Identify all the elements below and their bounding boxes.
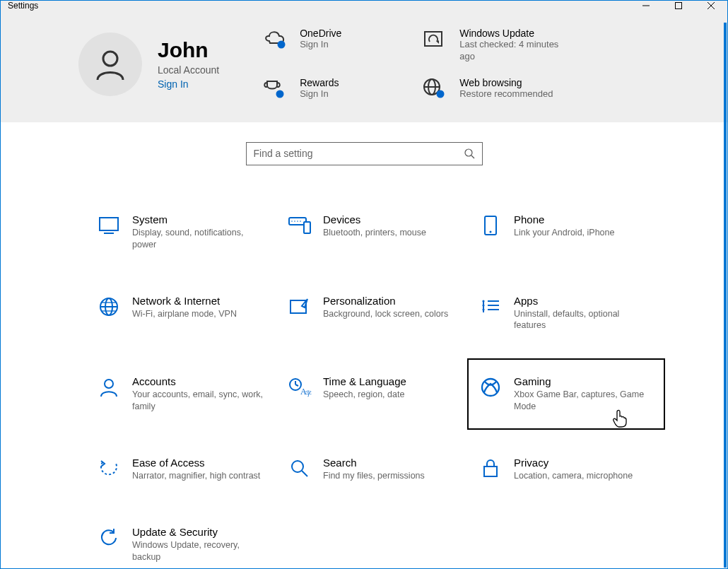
tile-webbrowse-title: Web browsing (459, 77, 553, 88)
person-icon (93, 47, 127, 81)
cat-time-sub: Speech, region, date (323, 389, 406, 401)
cat-ease-title: Ease of Access (132, 457, 260, 469)
svg-point-7 (276, 90, 284, 98)
avatar (78, 33, 142, 96)
svg-point-34 (482, 300, 484, 302)
cat-gaming-title: Gaming (514, 375, 648, 387)
cat-gaming[interactable]: Gaming Xbox Game Bar, captures, Game Mod… (469, 360, 664, 428)
cat-privacy-title: Privacy (514, 457, 633, 469)
search-box[interactable] (246, 142, 483, 165)
tile-windows-update[interactable]: Windows Update Last checked: 4 minutes a… (421, 28, 563, 63)
window-controls (630, 1, 727, 11)
profile-name: John (158, 38, 219, 61)
svg-line-40 (295, 385, 298, 386)
maximize-button[interactable] (662, 1, 695, 11)
cat-system[interactable]: System Display, sound, notifications, po… (93, 208, 276, 257)
settings-window: Settings John Local Account (0, 0, 728, 569)
search-input[interactable] (254, 148, 464, 159)
svg-point-4 (103, 52, 117, 66)
cat-network-title: Network & Internet (132, 295, 237, 307)
scrollbar[interactable] (724, 23, 727, 568)
cat-devices[interactable]: Devices Bluetooth, printers, mouse (283, 208, 467, 257)
tile-update-sub: Last checked: 4 minutes ago (459, 39, 563, 63)
svg-rect-17 (304, 222, 310, 233)
cat-network-sub: Wi-Fi, airplane mode, VPN (132, 308, 237, 320)
tile-rewards-sub: Sign In (300, 88, 339, 100)
cat-network[interactable]: Network & Internet Wi-Fi, airplane mode,… (93, 289, 276, 338)
svg-rect-1 (676, 3, 682, 9)
cat-system-title: System (132, 213, 266, 225)
cat-phone-sub: Link your Android, iPhone (514, 227, 614, 239)
globe-icon (97, 295, 121, 319)
ease-icon (97, 457, 121, 481)
search-row (1, 142, 727, 165)
cat-phone[interactable]: Phone Link your Android, iPhone (474, 208, 658, 257)
svg-point-19 (294, 221, 295, 222)
cat-apps[interactable]: Apps Uninstall, defaults, optional featu… (474, 289, 658, 338)
cat-devices-title: Devices (323, 213, 426, 225)
cat-system-sub: Display, sound, notifications, power (132, 227, 266, 251)
svg-line-45 (302, 471, 307, 476)
cat-search-sub: Find my files, permissions (323, 470, 425, 482)
cat-privacy-sub: Location, camera, microphone (514, 470, 633, 482)
profile-block[interactable]: John Local Account Sign In (78, 28, 219, 101)
system-icon (97, 213, 121, 237)
svg-point-23 (490, 230, 492, 233)
time-language-icon: A字 (288, 375, 312, 399)
titlebar: Settings (1, 1, 727, 11)
close-icon (708, 2, 715, 9)
svg-text:字: 字 (305, 390, 312, 397)
cat-ease-of-access[interactable]: Ease of Access Narrator, magnifier, high… (93, 451, 276, 488)
svg-point-12 (465, 149, 472, 156)
svg-point-36 (482, 308, 484, 310)
tile-rewards[interactable]: Rewards Sign In (262, 77, 403, 101)
svg-rect-14 (100, 218, 118, 230)
update-security-icon (97, 526, 121, 550)
cat-ease-sub: Narrator, magnifier, high contrast (132, 470, 260, 482)
rewards-icon (262, 77, 288, 101)
close-button[interactable] (695, 1, 727, 11)
svg-rect-6 (425, 32, 442, 46)
tile-onedrive[interactable]: OneDrive Sign In (262, 28, 403, 63)
svg-point-5 (278, 41, 286, 49)
profile-signin-link[interactable]: Sign In (158, 78, 219, 90)
accounts-icon (97, 375, 121, 399)
svg-point-20 (297, 221, 298, 222)
phone-icon (479, 213, 503, 237)
tile-update-title: Windows Update (459, 28, 563, 39)
cat-time-language[interactable]: A字 Time & Language Speech, region, date (283, 370, 467, 418)
cat-updatesec-title: Update & Security (132, 526, 266, 538)
update-icon (421, 28, 448, 52)
cat-personalization-sub: Background, lock screen, colors (323, 308, 448, 320)
onedrive-icon (262, 28, 288, 52)
cat-accounts-title: Accounts (132, 375, 266, 387)
devices-icon (288, 213, 312, 237)
svg-line-13 (471, 156, 474, 158)
cat-personalization[interactable]: Personalization Background, lock screen,… (283, 289, 467, 338)
personalization-icon (288, 295, 312, 319)
cat-privacy[interactable]: Privacy Location, camera, microphone (474, 451, 658, 488)
cat-apps-sub: Uninstall, defaults, optional features (514, 308, 648, 332)
tile-rewards-title: Rewards (300, 77, 339, 88)
cat-apps-title: Apps (514, 295, 648, 307)
tile-onedrive-title: OneDrive (300, 28, 341, 39)
cat-search-title: Search (323, 457, 425, 469)
search-icon (464, 148, 475, 159)
cat-updatesec-sub: Windows Update, recovery, backup (132, 539, 266, 563)
minimize-icon (642, 2, 650, 9)
header-tiles: OneDrive Sign In Windows Update Last che… (262, 28, 563, 101)
tile-onedrive-sub: Sign In (300, 39, 341, 51)
cat-search[interactable]: Search Find my files, permissions (283, 451, 467, 488)
apps-icon (479, 295, 503, 319)
cat-time-title: Time & Language (323, 375, 406, 387)
tile-web-browsing[interactable]: Web browsing Restore recommended (421, 77, 563, 101)
cat-accounts[interactable]: Accounts Your accounts, email, sync, wor… (93, 370, 276, 418)
svg-point-43 (482, 379, 499, 396)
tile-webbrowse-sub: Restore recommended (459, 88, 553, 100)
svg-point-21 (300, 221, 301, 222)
cat-update-security[interactable]: Update & Security Windows Update, recove… (93, 520, 276, 569)
svg-point-35 (482, 304, 484, 306)
header: John Local Account Sign In OneDrive Sign… (1, 11, 727, 122)
minimize-button[interactable] (630, 1, 662, 11)
cat-accounts-sub: Your accounts, email, sync, work, family (132, 389, 266, 413)
